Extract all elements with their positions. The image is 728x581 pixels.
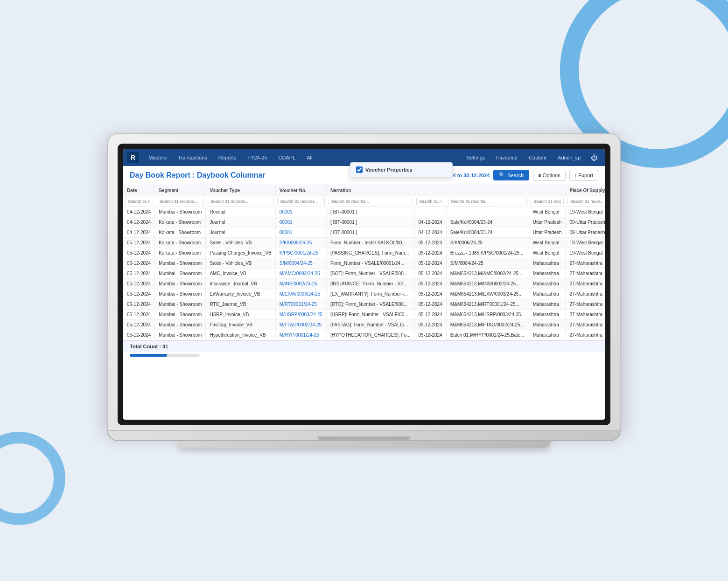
nav-settings[interactable]: Settings	[462, 153, 490, 162]
cell-voucher-no[interactable]: 00001	[275, 227, 326, 237]
laptop-base	[107, 431, 621, 441]
nav-fy2425[interactable]: FY24-25	[243, 153, 272, 162]
cell-voucher-type: AMC_Invoice_VB	[206, 268, 275, 278]
cell-col6: 05-12-2024	[414, 299, 446, 309]
cell-place-of-supply: 27-Maharashtra	[566, 278, 605, 289]
cell-date: 04-12-2024	[123, 227, 155, 237]
cell-voucher-no[interactable]: M/HSRP/0003/24-25	[275, 309, 326, 319]
cell-col7: M&M654213,M/AMC/0002/24-25...	[446, 268, 529, 278]
cell-segment: Mumbai - Showroom	[155, 268, 206, 278]
options-button[interactable]: ≡ Options	[533, 170, 565, 181]
voucher-properties-checkbox[interactable]	[356, 166, 363, 173]
cell-state: West Bengal	[529, 248, 566, 258]
export-button[interactable]: ↑ Export	[569, 170, 598, 181]
cell-voucher-no[interactable]: K/PSC/0001/24-25	[275, 248, 326, 258]
search-voucher-no-input[interactable]	[277, 198, 324, 205]
cell-voucher-type: Sales - Vehicles_VB	[206, 237, 275, 248]
cell-place-of-supply: 27-Maharashtra	[566, 330, 605, 340]
cell-state: Maharashtra	[529, 330, 566, 340]
cell-voucher-no[interactable]: M/HYP/0001/24-25	[275, 330, 326, 340]
table-row: 05-12-2024 Kolkata - Showroom Passing Ch…	[123, 248, 605, 258]
cell-voucher-no[interactable]: S/K/0006/24-25	[275, 237, 326, 248]
cell-col6: 05-12-2024	[414, 237, 446, 248]
search-voucher-type-cell	[206, 196, 275, 207]
cell-date: 05-12-2024	[123, 237, 155, 248]
cell-voucher-type: Receipt	[206, 207, 275, 217]
nav-cdapl[interactable]: CDAPL	[274, 153, 301, 162]
col-narration: Narration	[327, 185, 415, 196]
table-row: 05-12-2024 Mumbai - Showroom ExWarranty_…	[123, 289, 605, 299]
search-col7-input[interactable]	[448, 198, 527, 205]
cell-col7: Batch 01,M/HYP/0001/24-25,Batc...	[446, 330, 529, 340]
cell-narration: [RTO]: Form_Number - VSALE/000...	[327, 299, 415, 309]
dropdown-header: Voucher Properties	[350, 163, 452, 177]
cell-voucher-no[interactable]: M/FTAG/0002/24-25	[275, 319, 326, 330]
table-row: 05-12-2024 Mumbai - Showroom Hypothecati…	[123, 330, 605, 340]
cell-narration: [ IBT-00001 ]	[327, 207, 415, 217]
cell-date: 05-12-2024	[123, 289, 155, 299]
scrollbar-track[interactable]	[130, 354, 200, 357]
cell-segment: Mumbai - Showroom	[155, 278, 206, 289]
cell-col6: 05-12-2024	[414, 319, 446, 330]
search-state-input[interactable]	[531, 198, 564, 205]
cell-narration: [EX_WARRANTY]: Form_Number -...	[327, 289, 415, 299]
cell-col6: 05-12-2024	[414, 309, 446, 319]
cell-narration: [FASTAG]: Form_Number - VSALE/...	[327, 319, 415, 330]
cell-narration: [ IBT-00001 ]	[327, 217, 415, 227]
cell-col6: 05-12-2024	[414, 330, 446, 340]
cell-voucher-no[interactable]: M/AMC/0002/24-25	[275, 268, 326, 278]
search-segment-input[interactable]	[157, 198, 204, 205]
cell-voucher-type: HSRP_Invoice_VB	[206, 309, 275, 319]
nav-favourite[interactable]: Favourite	[491, 153, 522, 162]
nav-admin[interactable]: Admin_sp	[553, 153, 585, 162]
power-icon[interactable]: ⏻	[587, 152, 601, 163]
cell-state: Maharashtra	[529, 289, 566, 299]
cell-place-of-supply: 27-Maharashtra	[566, 319, 605, 330]
nav-masters[interactable]: Masters	[144, 153, 171, 162]
cell-col7: Sale/Kol/0004/23-24	[446, 217, 529, 227]
cell-voucher-type: Hypothecation_Invoice_VB	[206, 330, 275, 340]
nav-reports[interactable]: Reports	[214, 153, 241, 162]
data-table: Date Segment Voucher Type Voucher No. Na…	[123, 185, 605, 340]
cell-voucher-no[interactable]: M/EXW/0003/24-25	[275, 289, 326, 299]
cell-state: Maharashtra	[529, 299, 566, 309]
table-row: 05-12-2024 Mumbai - Showroom Insurance_J…	[123, 278, 605, 289]
cell-place-of-supply: 09-Uttar Pradesh	[566, 217, 605, 227]
search-button[interactable]: 🔍 Search	[493, 170, 529, 180]
total-row: Total Count : 31	[123, 340, 605, 352]
search-pos-input[interactable]	[567, 198, 605, 205]
cell-col7: M&M654213,M/HSRP/0003/24-25...	[446, 309, 529, 319]
search-col6-input[interactable]	[416, 198, 444, 205]
search-voucher-type-input[interactable]	[208, 198, 273, 205]
cell-voucher-no[interactable]: M/RT00001/24-25	[275, 299, 326, 309]
search-narration-input[interactable]	[329, 198, 413, 205]
cell-date: 05-12-2024	[123, 258, 155, 268]
cell-col7: S/K/0006/24-25	[446, 237, 529, 248]
cell-voucher-no[interactable]: M/INS/0002/24-25	[275, 278, 326, 289]
cell-segment: Mumbai - Showroom	[155, 330, 206, 340]
cell-voucher-no[interactable]: 00001	[275, 207, 326, 217]
cell-place-of-supply: 27-Maharashtra	[566, 258, 605, 268]
search-segment-cell	[155, 196, 206, 207]
scrollbar-area	[123, 352, 605, 359]
nav-all[interactable]: All	[302, 153, 317, 162]
scrollbar-thumb[interactable]	[130, 354, 167, 357]
cell-voucher-type: RTO_Journal_VB	[206, 299, 275, 309]
cell-state: Maharashtra	[529, 309, 566, 319]
app-logo[interactable]: R	[127, 152, 139, 163]
cell-date: 05-12-2024	[123, 248, 155, 258]
cell-place-of-supply: 19-West Bengal	[566, 248, 605, 258]
cell-voucher-no[interactable]: 00001	[275, 217, 326, 227]
nav-transactions[interactable]: Transactions	[173, 153, 212, 162]
cell-date: 05-12-2024	[123, 268, 155, 278]
cell-date: 05-12-2024	[123, 319, 155, 330]
cell-col7: M&M654213,M/EXW/0003/24-25...	[446, 289, 529, 299]
cell-voucher-no[interactable]: S/M/0004/24-25	[275, 258, 326, 268]
search-button-label: Search	[507, 173, 524, 178]
col-date: Date	[123, 185, 155, 196]
cell-place-of-supply: 27-Maharashtra	[566, 309, 605, 319]
total-count-label: Total Count : 31	[130, 344, 168, 349]
nav-custom[interactable]: Custom	[524, 153, 551, 162]
cell-narration: [ IBT-00001 ]	[327, 227, 415, 237]
search-date-input[interactable]	[125, 198, 153, 205]
